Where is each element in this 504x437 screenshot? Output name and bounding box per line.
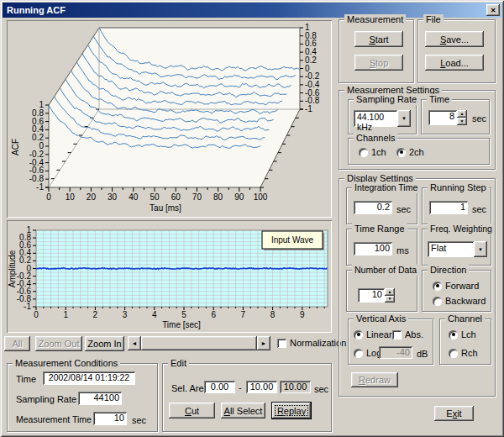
normalization-option[interactable]: Normalization: [277, 338, 346, 348]
channel-rch-option[interactable]: Rch: [449, 348, 478, 358]
linear-label: Linear: [366, 329, 392, 340]
sel-area-from-field[interactable]: 0.00: [204, 381, 235, 393]
all-select-button[interactable]: All Select: [221, 403, 265, 419]
start-button[interactable]: Start: [354, 31, 403, 47]
log-radio[interactable]: [354, 349, 363, 358]
abs-label: Abs.: [405, 329, 423, 340]
stop-button[interactable]: Stop: [354, 55, 403, 71]
close-icon[interactable]: ✕: [486, 4, 500, 16]
sampling-rate-title: Sampling Rate: [354, 94, 419, 105]
vertical-axis-title: Vertical Axis: [354, 313, 408, 324]
save-button[interactable]: Save...: [425, 31, 484, 47]
freq-weighting-value: Flat: [428, 241, 474, 257]
waterfall-ylabel: ACF: [11, 139, 20, 155]
scroll-left-icon[interactable]: ◄: [128, 336, 141, 350]
number-of-data-group: Number of Data 10 ▲▼: [346, 270, 417, 312]
svg-text:20: 20: [87, 192, 97, 202]
time-stepper[interactable]: 8 ▲▼: [428, 110, 467, 125]
spin-down-icon[interactable]: ▼: [385, 296, 395, 303]
abs-checkbox[interactable]: [392, 330, 402, 340]
all-button[interactable]: All: [4, 336, 30, 351]
direction-forward-option[interactable]: Forward: [433, 281, 479, 291]
measurement-settings-group: Measurement Settings Sampling Rate 44.10…: [339, 90, 496, 170]
number-of-data-title: Number of Data: [352, 265, 419, 276]
scrollbar-thumb[interactable]: [141, 336, 257, 350]
sel-area-to-field[interactable]: 10.00: [246, 381, 277, 393]
svg-text:6: 6: [211, 310, 216, 319]
time-group: Time 8 ▲▼ sec: [421, 99, 490, 134]
window-title: Running ACF: [7, 5, 66, 15]
file-group: File Save... Load...: [417, 19, 496, 83]
redraw-button[interactable]: Redraw: [351, 372, 398, 387]
freq-weighting-select[interactable]: Flat ▼: [428, 241, 487, 257]
mc-sampling-rate-value: 44100: [78, 392, 122, 405]
zoom-in-button[interactable]: Zoom In: [85, 336, 124, 351]
linear-radio[interactable]: [354, 330, 363, 340]
scroll-right-icon[interactable]: ►: [257, 336, 270, 350]
channels-2ch-option[interactable]: 2ch: [396, 147, 424, 157]
direction-backward-option[interactable]: Backward: [433, 296, 486, 306]
replay-button[interactable]: Replay: [272, 403, 311, 419]
svg-text:60: 60: [171, 192, 181, 202]
normalization-checkbox[interactable]: [277, 339, 286, 348]
integration-time-field[interactable]: 0.2: [354, 201, 392, 214]
time-range-field[interactable]: 100: [354, 242, 392, 255]
running-step-field[interactable]: 1: [429, 201, 468, 214]
measurement-conditions-group: Measurement Conditions Time 2002/08/14 0…: [7, 363, 158, 432]
number-of-data-value[interactable]: 10: [358, 288, 385, 303]
chevron-down-icon[interactable]: ▼: [397, 110, 411, 127]
wave-scrollbar[interactable]: ◄ ►: [128, 336, 270, 350]
mc-measurement-time-unit: sec: [132, 415, 146, 425]
spin-up-icon[interactable]: ▲: [385, 288, 395, 296]
svg-text:100: 100: [254, 192, 268, 202]
lch-radio[interactable]: [449, 330, 458, 340]
time-range-title: Time Range: [352, 224, 407, 234]
time-value[interactable]: 8: [428, 110, 457, 125]
channels-1ch-option[interactable]: 1ch: [359, 147, 386, 157]
2ch-radio[interactable]: [396, 148, 406, 157]
chevron-down-icon[interactable]: ▼: [474, 241, 487, 257]
running-acf-dialog: Running ACF ✕ 110.80.80.60.60.40.40.20.2…: [0, 0, 504, 437]
integration-time-group: Integration Time 0.2 sec: [346, 187, 417, 224]
channels-group: Channels 1ch 2ch: [348, 138, 490, 165]
abs-option[interactable]: Abs.: [392, 329, 423, 340]
channel-lch-option[interactable]: Lch: [449, 329, 476, 340]
exit-button[interactable]: Exit: [434, 406, 474, 421]
running-step-unit: sec: [472, 204, 486, 214]
mc-time-label: Time: [16, 374, 36, 384]
spin-up-icon[interactable]: ▲: [457, 110, 467, 118]
lch-label: Lch: [461, 329, 476, 340]
backward-radio[interactable]: [433, 297, 442, 306]
time-title: Time: [427, 94, 452, 105]
edit-title: Edit: [168, 358, 189, 369]
svg-text:70: 70: [192, 192, 202, 202]
svg-text:7: 7: [241, 310, 246, 319]
rch-radio[interactable]: [449, 349, 458, 358]
cut-button[interactable]: Cut: [169, 403, 215, 419]
forward-radio[interactable]: [433, 282, 442, 291]
1ch-radio[interactable]: [359, 148, 368, 157]
svg-text:1: 1: [63, 310, 68, 319]
measurement-conditions-title: Measurement Conditions: [13, 358, 120, 369]
input-wave-tooltip: Input Wave: [262, 231, 324, 250]
measurement-group: Measurement Start Stop: [339, 19, 414, 83]
svg-text:8: 8: [270, 310, 276, 319]
1ch-label: 1ch: [371, 147, 386, 157]
svg-text:2: 2: [93, 310, 98, 319]
vertical-axis-linear-option[interactable]: Linear: [354, 329, 392, 340]
sel-area-separator: -: [239, 382, 242, 392]
number-of-data-stepper[interactable]: 10 ▲▼: [358, 288, 395, 303]
zoom-out-button[interactable]: Zoom Out: [35, 336, 82, 351]
spin-down-icon[interactable]: ▼: [457, 118, 467, 125]
measurement-title: Measurement: [344, 14, 406, 25]
channel-title: Channel: [445, 313, 485, 324]
wave-xlabel: Time [sec]: [162, 320, 201, 329]
waterfall-xlabel: Tau [ms]: [150, 203, 181, 213]
svg-text:3: 3: [123, 310, 128, 319]
input-wave-panel: 10.80.60.40.20-0.2-0.4-0.6-0.8-101234567…: [7, 220, 332, 333]
load-button[interactable]: Load...: [425, 55, 484, 71]
log-db-field[interactable]: -40: [379, 346, 412, 359]
running-step-title: Running Step: [428, 182, 489, 193]
sampling-rate-select[interactable]: 44.100 kHz ▼: [354, 110, 411, 127]
vertical-axis-log-option[interactable]: Log: [354, 348, 381, 358]
